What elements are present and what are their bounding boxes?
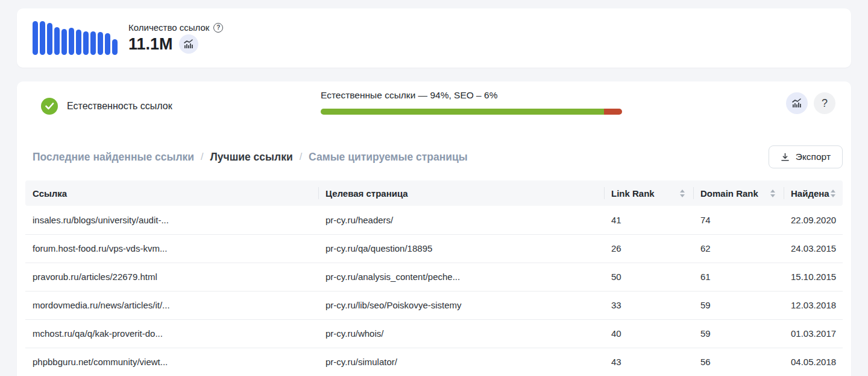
sort-icon[interactable] (679, 188, 686, 199)
help-icon[interactable]: ? (213, 23, 223, 33)
table-body: insales.ru/blogs/university/audit-...pr-… (25, 206, 843, 376)
cell-found-date: 04.05.2018 (784, 348, 843, 376)
links-table: СсылкаЦелевая страницаLink RankDomain Ra… (25, 180, 843, 376)
table-row: mchost.ru/qa/q/kak-proverit-do...pr-cy.r… (25, 319, 843, 348)
cell-link-rank: 43 (604, 348, 693, 376)
link-count-bar (61, 29, 67, 55)
progress-natural-segment (321, 109, 604, 115)
link-count-card: Количество ссылок ? 11.1M (17, 8, 851, 68)
cell-target-page[interactable]: pr-cy.ru/simulator/ (318, 348, 604, 376)
link-count-bar (40, 21, 45, 55)
link-count-bar (47, 23, 52, 55)
link-count-bar (33, 21, 38, 55)
cell-found-date: 01.03.2017 (784, 319, 843, 348)
naturalness-progress-bar (321, 109, 622, 115)
link-count-bar (54, 27, 60, 55)
column-header: Целевая страница (318, 180, 604, 206)
cell-target-page[interactable]: pr-cy.ru/whois/ (318, 319, 604, 348)
table-row: pravorub.ru/articles/22679.htmlpr-cy.ru/… (25, 263, 843, 291)
naturalness-title: Естественность ссылок (67, 101, 172, 112)
cell-domain-rank: 74 (693, 206, 784, 234)
question-icon: ? (822, 97, 828, 110)
column-header[interactable]: Найдена (784, 180, 843, 206)
cell-found-date: 15.10.2015 (784, 263, 843, 291)
cell-source-link[interactable]: phpbbguru.net/community/viewt... (25, 348, 318, 376)
column-label: Link Rank (611, 188, 655, 199)
link-count-bar-chart (33, 21, 118, 55)
column-label: Найдена (791, 188, 829, 199)
cell-source-link[interactable]: mordovmedia.ru/news/articles/it/... (25, 291, 318, 319)
link-count-value: 11.1M (128, 35, 173, 54)
progress-seo-segment (604, 109, 622, 115)
cell-domain-rank: 59 (693, 319, 784, 348)
table-row: phpbbguru.net/community/viewt...pr-cy.ru… (25, 348, 843, 376)
cell-link-rank: 26 (604, 234, 693, 263)
help-icon-button[interactable]: ? (814, 92, 835, 114)
cell-link-rank: 40 (604, 319, 693, 348)
cell-source-link[interactable]: pravorub.ru/articles/22679.html (25, 263, 318, 291)
naturalness-summary: Естественные ссылки — 94%, SEO – 6% (321, 90, 622, 101)
table-row: insales.ru/blogs/university/audit-...pr-… (25, 206, 843, 234)
cell-target-page[interactable]: pr-cy.ru/qa/question/18895 (318, 234, 604, 263)
link-count-label: Количество ссылок (128, 22, 209, 33)
link-count-bar (105, 33, 110, 55)
table-header-row: СсылкаЦелевая страницаLink RankDomain Ra… (25, 180, 843, 206)
cell-target-page[interactable]: pr-cy.ru/headers/ (318, 206, 604, 234)
sort-icon[interactable] (769, 188, 776, 199)
cell-domain-rank: 56 (693, 348, 784, 376)
column-header[interactable]: Domain Rank (693, 180, 784, 206)
cell-link-rank: 33 (604, 291, 693, 319)
link-count-bar (69, 28, 74, 55)
links-naturalness-card: Естественность ссылок Естественные ссылк… (17, 81, 851, 376)
column-header: Ссылка (25, 180, 318, 206)
cell-domain-rank: 62 (693, 234, 784, 263)
cell-domain-rank: 61 (693, 263, 784, 291)
tab-most-cited-pages[interactable]: Самые цитируемые страницы (309, 151, 468, 164)
cell-domain-rank: 59 (693, 291, 784, 319)
export-button-label: Экспорт (796, 151, 831, 162)
link-count-bar (112, 39, 118, 55)
cell-target-page[interactable]: pr-cy.ru/lib/seo/Poiskovye-sistemy (318, 291, 604, 319)
cell-source-link[interactable]: mchost.ru/qa/q/kak-proverit-do... (25, 319, 318, 348)
cell-found-date: 22.09.2020 (784, 206, 843, 234)
tab-best-links[interactable]: Лучшие ссылки (210, 151, 293, 164)
trend-chart-icon[interactable] (179, 34, 198, 54)
cell-link-rank: 50 (604, 263, 693, 291)
cell-source-link[interactable]: forum.host-food.ru/vps-vds-kvm... (25, 234, 318, 263)
column-label: Целевая страница (326, 188, 408, 199)
tabs: Последние найденные ссылки/Лучшие ссылки… (25, 151, 468, 164)
link-count-bar (76, 30, 81, 55)
link-count-block: Количество ссылок ? 11.1M (128, 22, 223, 54)
link-count-bar (98, 32, 103, 55)
cell-found-date: 12.03.2018 (784, 291, 843, 319)
sort-icon[interactable] (829, 188, 837, 199)
export-button[interactable]: Экспорт (769, 145, 843, 168)
table-row: mordovmedia.ru/news/articles/it/...pr-cy… (25, 291, 843, 319)
column-label: Domain Rank (700, 188, 758, 199)
tab-latest-links[interactable]: Последние найденные ссылки (33, 151, 194, 164)
cell-link-rank: 41 (604, 206, 693, 234)
cell-source-link[interactable]: insales.ru/blogs/university/audit-... (25, 206, 318, 234)
column-label: Ссылка (33, 188, 67, 199)
download-icon (781, 153, 790, 162)
link-count-bar (90, 31, 96, 55)
cell-found-date: 24.03.2015 (784, 234, 843, 263)
tab-separator: / (300, 151, 302, 162)
check-circle-icon (41, 98, 58, 115)
cell-target-page[interactable]: pr-cy.ru/analysis_content/peche... (318, 263, 604, 291)
history-chart-icon-button[interactable] (786, 92, 808, 114)
column-header[interactable]: Link Rank (604, 180, 693, 206)
tab-separator: / (201, 151, 203, 162)
link-count-bar (83, 31, 89, 55)
table-row: forum.host-food.ru/vps-vds-kvm...pr-cy.r… (25, 234, 843, 263)
